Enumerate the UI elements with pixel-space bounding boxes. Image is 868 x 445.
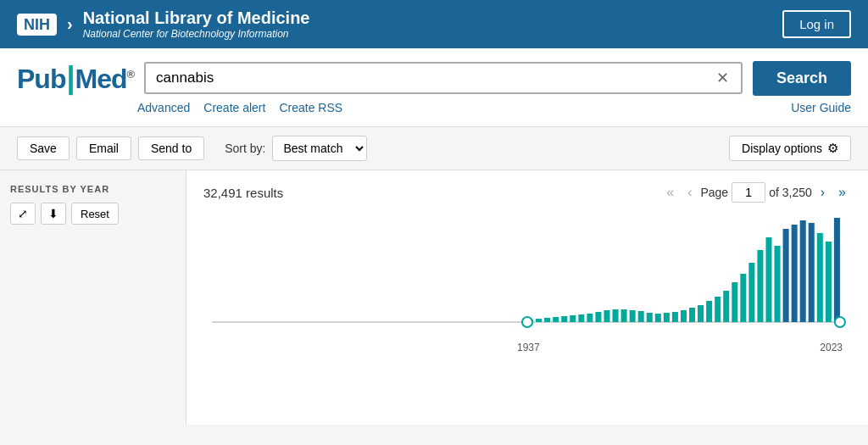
login-button[interactable]: Log in [782, 10, 851, 38]
svg-rect-24 [723, 291, 729, 322]
send-to-button[interactable]: Send to [138, 136, 204, 160]
clear-search-button[interactable]: ✕ [711, 67, 734, 89]
svg-rect-22 [706, 301, 712, 322]
page-of-label: of 3,250 [769, 186, 812, 199]
svg-rect-36 [826, 242, 832, 322]
page-label: Page [700, 186, 728, 199]
toolbar: Save Email Send to Sort by: Best match M… [0, 127, 868, 170]
svg-rect-34 [809, 223, 815, 322]
search-input-wrap: ✕ [144, 62, 743, 94]
svg-rect-16 [655, 314, 661, 322]
next-page-button[interactable]: › [815, 183, 830, 202]
chart-end-year: 2023 [820, 342, 843, 353]
svg-point-39 [835, 317, 845, 327]
first-page-button[interactable]: « [661, 183, 679, 202]
svg-rect-19 [681, 310, 687, 322]
advanced-link[interactable]: Advanced [137, 101, 190, 114]
page-input[interactable] [732, 182, 765, 203]
search-input[interactable] [153, 64, 711, 92]
sidebar: RESULTS BY YEAR ⤢ ⬇ Reset [0, 170, 186, 425]
display-options-button[interactable]: Display options ⚙ [729, 136, 851, 161]
pubmed-med: Med [75, 64, 127, 94]
svg-point-38 [522, 317, 532, 327]
svg-rect-14 [638, 311, 644, 322]
svg-rect-13 [630, 310, 636, 322]
svg-rect-25 [732, 282, 737, 322]
sort-by-label: Sort by: [225, 142, 265, 155]
reset-button[interactable]: Reset [71, 203, 119, 225]
email-button[interactable]: Email [76, 136, 131, 160]
sort-select[interactable]: Best match Most recent [272, 136, 367, 161]
svg-rect-2 [536, 319, 542, 322]
search-top: Pub|Med® ✕ Search [17, 60, 851, 96]
svg-rect-9 [595, 312, 601, 322]
results-header: 32,491 results « ‹ Page of 3,250 › » [203, 182, 851, 203]
prev-page-button[interactable]: ‹ [682, 183, 697, 202]
gear-icon: ⚙ [827, 141, 838, 156]
display-options-label: Display options [742, 142, 822, 155]
svg-rect-20 [689, 308, 695, 322]
pubmed-bar: | [66, 60, 74, 95]
nih-header: NIH › National Library of Medicine Natio… [0, 0, 868, 48]
svg-rect-8 [587, 314, 593, 322]
nih-logo-area: NIH › National Library of Medicine Natio… [17, 8, 310, 40]
svg-rect-37 [834, 218, 840, 322]
svg-rect-21 [698, 305, 704, 322]
svg-rect-32 [792, 225, 798, 322]
svg-rect-7 [578, 314, 584, 322]
nih-title-block: National Library of Medicine National Ce… [83, 8, 310, 40]
main-content: 32,491 results « ‹ Page of 3,250 › » [186, 170, 868, 425]
svg-rect-31 [783, 229, 789, 322]
chart-start-year: 1937 [517, 342, 540, 353]
results-count: 32,491 results [203, 186, 283, 200]
svg-rect-26 [740, 274, 746, 322]
svg-rect-23 [715, 297, 721, 322]
create-rss-link[interactable]: Create RSS [279, 101, 342, 114]
svg-rect-15 [647, 313, 653, 322]
pagination: « ‹ Page of 3,250 › » [661, 182, 851, 203]
svg-rect-3 [544, 318, 550, 322]
nih-badge: NIH [17, 14, 57, 36]
svg-rect-28 [757, 250, 763, 322]
search-button[interactable]: Search [753, 61, 851, 96]
search-links: Advanced Create alert Create RSS User Gu… [17, 101, 851, 114]
svg-rect-33 [800, 220, 806, 322]
nih-chevron-icon: › [67, 14, 73, 34]
svg-rect-27 [748, 263, 754, 322]
pubmed-logo: Pub|Med® [17, 60, 134, 96]
svg-rect-18 [672, 312, 678, 322]
svg-rect-4 [553, 317, 559, 322]
create-alert-link[interactable]: Create alert [203, 101, 265, 114]
pubmed-registered: ® [127, 68, 135, 81]
svg-rect-11 [613, 309, 619, 322]
search-area: Pub|Med® ✕ Search Advanced Create alert … [0, 48, 868, 127]
sidebar-title: RESULTS BY YEAR [10, 184, 175, 194]
org-name: National Library of Medicine [83, 8, 310, 28]
svg-rect-10 [604, 310, 609, 322]
svg-rect-5 [561, 316, 567, 322]
results-by-year-chart [203, 216, 851, 335]
org-sub: National Center for Biotechnology Inform… [83, 28, 310, 40]
results-area: RESULTS BY YEAR ⤢ ⬇ Reset 32,491 results… [0, 170, 868, 425]
svg-rect-30 [775, 246, 781, 322]
last-page-button[interactable]: » [833, 183, 851, 202]
pubmed-pub: Pub [17, 64, 65, 94]
svg-rect-17 [664, 313, 670, 322]
expand-chart-button[interactable]: ⤢ [10, 203, 36, 225]
sidebar-controls: ⤢ ⬇ Reset [10, 203, 175, 225]
svg-rect-35 [817, 233, 823, 322]
svg-rect-6 [570, 315, 576, 322]
chart-labels: 1937 2023 [203, 342, 851, 353]
user-guide-link[interactable]: User Guide [791, 101, 851, 114]
save-button[interactable]: Save [17, 136, 70, 160]
svg-rect-29 [765, 237, 771, 322]
svg-rect-12 [621, 309, 627, 322]
download-chart-button[interactable]: ⬇ [41, 203, 66, 225]
chart-container: 1937 2023 [203, 216, 851, 352]
